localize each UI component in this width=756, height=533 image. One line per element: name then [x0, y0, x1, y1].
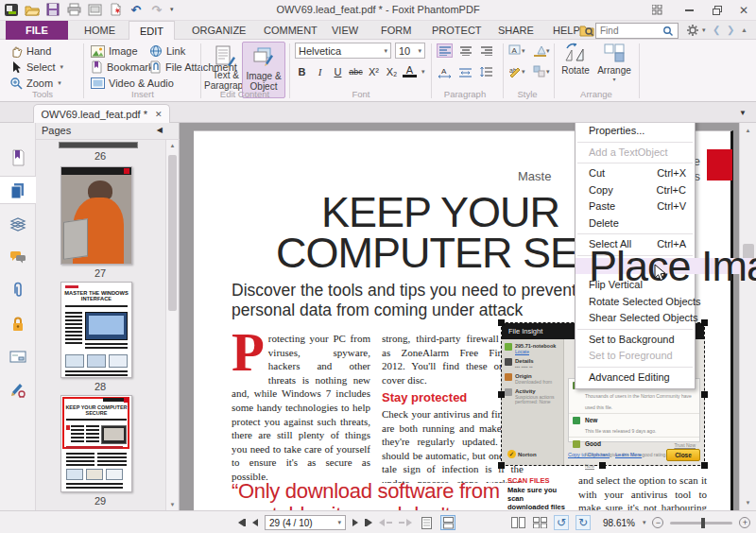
menu-item-copy[interactable]: CopyCtrl+C	[576, 182, 695, 199]
text-style-button[interactable]: A▾	[508, 44, 527, 60]
selection-handle-nw[interactable]	[498, 319, 505, 326]
find-previous-icon[interactable]: ❮	[713, 25, 720, 35]
panel-scroll-up-icon[interactable]: ▲	[166, 140, 179, 151]
selection-handle-w[interactable]	[498, 391, 505, 398]
find-next-icon[interactable]: ❯	[727, 25, 734, 35]
close-dialog-button[interactable]: Close	[666, 449, 700, 461]
insert-bookmark-button[interactable]: Bookmark	[91, 60, 154, 75]
menu-item-delete[interactable]: Delete	[576, 215, 695, 232]
first-page-button[interactable]	[238, 519, 246, 526]
continuous-facing-view-button[interactable]	[532, 515, 547, 530]
undo-icon[interactable]: ↶	[129, 2, 144, 17]
zoom-slider[interactable]	[670, 522, 732, 524]
font-color-dropdown-icon[interactable]: ▾	[421, 68, 425, 76]
page-thumbnail-28[interactable]: MASTER THE WINDOWS INTERFACE	[60, 282, 132, 378]
attachments-panel-icon[interactable]	[0, 276, 36, 304]
signatures-panel-icon[interactable]	[0, 375, 36, 404]
font-color-button[interactable]: A	[403, 65, 417, 77]
fields-panel-icon[interactable]	[0, 342, 36, 370]
menu-item-advanced-editing[interactable]: Advanced Editing	[576, 370, 695, 387]
open-file-icon[interactable]	[25, 2, 40, 17]
selection-handle-e[interactable]	[701, 391, 708, 398]
continuous-view-button[interactable]	[440, 515, 455, 530]
restore-button[interactable]	[709, 3, 726, 17]
subscript-button[interactable]: X₂	[385, 64, 399, 78]
shear-style-button[interactable]: ▾	[533, 44, 552, 60]
superscript-button[interactable]: X²	[367, 64, 381, 78]
rotate-button[interactable]: Rotate	[559, 43, 592, 76]
align-left-button[interactable]	[437, 43, 453, 58]
page-thumbnail-29[interactable]: KEEP YOUR COMPUTER SECURE	[60, 395, 132, 492]
highlight-style-button[interactable]: ab▾	[508, 65, 527, 80]
select-tool-button[interactable]: Select▾	[9, 60, 63, 75]
rotate-left-button[interactable]: ↺	[554, 515, 569, 530]
settings-gear-icon[interactable]	[686, 24, 700, 39]
italic-button[interactable]: I	[313, 64, 327, 78]
security-panel-icon[interactable]	[0, 309, 36, 337]
zoom-dropdown-icon[interactable]: ▾	[643, 519, 646, 526]
tab-organize[interactable]: ORGANIZE	[181, 21, 256, 40]
underline-button[interactable]: U	[331, 64, 345, 78]
next-page-button[interactable]	[352, 519, 358, 526]
zoom-out-button[interactable]: −	[652, 517, 663, 528]
insert-link-button[interactable]: Link	[149, 43, 185, 59]
font-size-select[interactable]: 10▾	[395, 43, 425, 59]
find-input[interactable]	[596, 26, 662, 36]
tab-form[interactable]: FORM	[370, 21, 421, 40]
align-center-button[interactable]	[457, 43, 473, 58]
page-number-dropdown-icon[interactable]: ▾	[337, 519, 341, 526]
print-icon[interactable]	[66, 2, 81, 17]
menu-item-cut[interactable]: CutCtrl+X	[576, 165, 695, 182]
tab-home[interactable]: HOME	[74, 21, 126, 40]
page-thumbnail-27[interactable]	[60, 166, 132, 265]
horizontal-scale-button[interactable]	[457, 65, 473, 79]
save-icon[interactable]	[45, 2, 60, 17]
strikeout-button[interactable]: abc	[349, 64, 363, 78]
locate-link[interactable]: Locate	[515, 350, 560, 355]
zoom-level-value[interactable]: 98.61%	[603, 518, 635, 528]
tab-edit[interactable]: EDIT	[129, 21, 175, 41]
zoom-in-button[interactable]: +	[739, 517, 750, 528]
zoom-slider-thumb[interactable]	[701, 518, 705, 528]
document-tab[interactable]: OWV69.lead_feat.pdf * ✕	[33, 104, 170, 123]
learn-more-link[interactable]: Learn More	[615, 452, 642, 457]
font-family-select[interactable]: Helvetica▾	[295, 43, 391, 59]
menu-item-set-to-background[interactable]: Set to Background	[576, 332, 695, 349]
comments-panel-icon[interactable]	[0, 243, 36, 271]
tab-protect[interactable]: PROTECT	[421, 21, 492, 40]
previous-page-button[interactable]	[252, 519, 258, 526]
menu-item-rotate-selected[interactable]: Rotate Selected Objects	[576, 294, 695, 311]
panel-scroll-thumb[interactable]	[168, 155, 177, 311]
layers-panel-icon[interactable]	[0, 210, 36, 238]
hand-tool-button[interactable]: Hand	[9, 43, 51, 59]
email-icon[interactable]	[87, 2, 102, 17]
close-button[interactable]: ✕	[735, 3, 752, 17]
panel-collapse-icon[interactable]: ◀	[157, 126, 163, 134]
single-page-view-button[interactable]	[419, 515, 434, 530]
copy-to-clipboard-link[interactable]: Copy to Clipboard	[568, 452, 610, 457]
selection-handle-ne[interactable]	[701, 319, 708, 326]
tab-view[interactable]: VIEW	[321, 21, 369, 40]
panel-scroll-down-icon[interactable]: ▼	[166, 499, 179, 510]
fill-style-button[interactable]: ▾	[533, 65, 552, 80]
menu-item-paste[interactable]: PasteCtrl+V	[576, 198, 695, 215]
new-document-icon[interactable]	[108, 2, 123, 17]
qat-customize-icon[interactable]: ▾	[170, 6, 174, 13]
gear-dropdown-icon[interactable]: ▾	[702, 26, 706, 34]
rotate-right-button[interactable]: ↻	[576, 515, 591, 530]
tab-share[interactable]: SHARE	[488, 21, 544, 40]
insert-image-button[interactable]: Image	[91, 43, 138, 59]
arrange-button[interactable]: Arrange ▾	[595, 43, 633, 82]
document-scrollbar[interactable]: ▲ ▼	[739, 123, 756, 510]
last-page-button[interactable]	[365, 519, 372, 526]
selection-handle-se[interactable]	[701, 462, 708, 469]
menu-item-shear-selected[interactable]: Shear Selected Objects	[576, 310, 695, 327]
tab-list-dropdown-icon[interactable]: ▼	[739, 109, 747, 117]
bookmarks-panel-icon[interactable]	[0, 144, 36, 172]
tab-file[interactable]: FILE	[6, 21, 68, 40]
tab-comment[interactable]: COMMENT	[253, 21, 328, 40]
ui-layout-icon[interactable]	[648, 3, 665, 17]
char-spacing-button[interactable]: A	[437, 65, 453, 79]
search-folder-icon[interactable]	[579, 24, 594, 39]
selection-handle-sw[interactable]	[498, 462, 505, 469]
